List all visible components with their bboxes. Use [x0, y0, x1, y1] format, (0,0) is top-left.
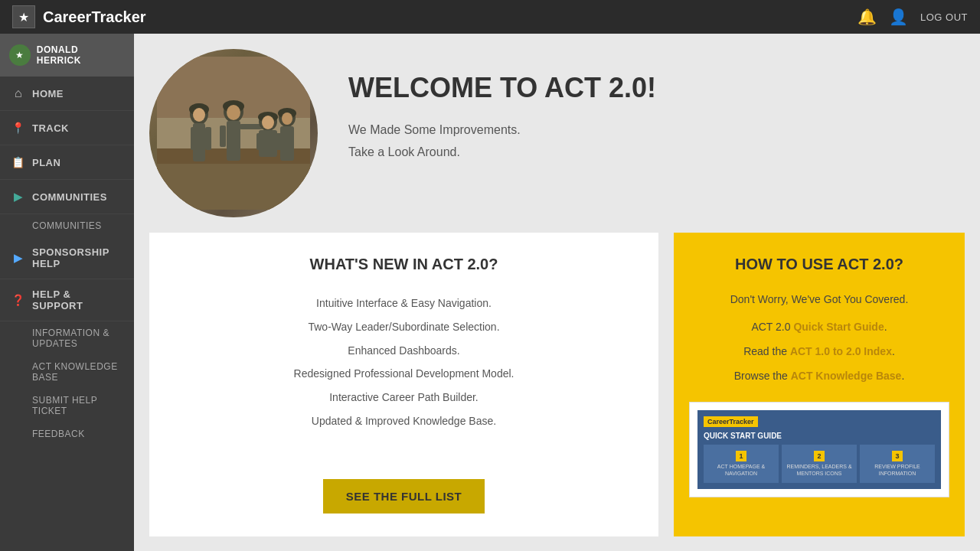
plan-icon	[11, 155, 26, 170]
knowledge-base-link[interactable]: ACT Knowledge Base	[791, 370, 902, 382]
content-area: WHAT'S NEW IN ACT 2.0? Intuitive Interfa…	[134, 233, 980, 551]
svg-rect-10	[227, 121, 240, 161]
how-to-use-heading: HOW TO USE ACT 2.0?	[689, 256, 949, 273]
layout: ★ DONALD HERRICK HOME TRACK PLAN COMMUNI…	[0, 34, 980, 551]
whats-new-section: WHAT'S NEW IN ACT 2.0? Intuitive Interfa…	[149, 233, 658, 536]
topbar-right: 🔔 👤 LOG OUT	[858, 8, 968, 26]
nav-track[interactable]: TRACK	[0, 111, 134, 145]
hero-title: WELCOME TO ACT 2.0!	[348, 72, 965, 104]
list-item: Interactive Career Path Builder.	[165, 386, 643, 409]
app-title: CareerTracker	[43, 8, 146, 26]
nav-info-updates[interactable]: INFORMATION & UPDATES	[0, 321, 134, 355]
see-full-list-button[interactable]: SEE THE FULL LIST	[323, 479, 485, 514]
list-item: Enhanced Dashboards.	[165, 339, 643, 363]
hero-image	[149, 49, 318, 217]
nav-home[interactable]: HOME	[0, 77, 134, 111]
svg-rect-22	[280, 126, 294, 161]
help-icon	[11, 292, 26, 308]
svg-rect-11	[240, 124, 263, 129]
act-index-link[interactable]: ACT 1.0 to 2.0 Index	[790, 345, 892, 357]
list-item: Two-Way Leader/Subordinate Selection.	[165, 315, 643, 339]
guide-step-3: 3 REVIEW PROFILE INFORMATION	[860, 445, 935, 483]
nav-act-knowledge-base[interactable]: ACT KNOWLEDGE BASE	[0, 355, 134, 389]
nav-plan[interactable]: PLAN	[0, 145, 134, 180]
list-item: Redesigned Professional Development Mode…	[165, 362, 643, 386]
whats-new-list: Intuitive Interface & Easy Navigation. T…	[165, 292, 643, 433]
nav-sponsorship-help[interactable]: SPONSORSHIP HELP	[0, 237, 134, 279]
track-icon	[11, 120, 26, 135]
sidebar: ★ DONALD HERRICK HOME TRACK PLAN COMMUNI…	[0, 34, 134, 551]
sponsorship-icon	[11, 250, 26, 266]
guide-step-1: 1 ACT HOMEPAGE & NAVIGATION	[704, 445, 779, 483]
nav-submit-help-ticket[interactable]: SUBMIT HELP TICKET	[0, 389, 134, 422]
nav-communities[interactable]: COMMUNITIES	[0, 180, 134, 214]
svg-point-14	[227, 105, 240, 120]
svg-rect-6	[205, 127, 211, 150]
list-item: Updated & Improved Knowledge Base.	[165, 409, 643, 433]
soldiers-illustration	[157, 57, 310, 210]
whats-new-heading: WHAT'S NEW IN ACT 2.0?	[165, 256, 643, 273]
how-to-use-line3: Read the ACT 1.0 to 2.0 Index.	[689, 341, 949, 362]
svg-rect-17	[256, 133, 264, 150]
how-to-use-section: HOW TO USE ACT 2.0? Don't Worry, We've G…	[674, 233, 965, 536]
hero-text: WELCOME TO ACT 2.0! We Made Some Improve…	[348, 49, 965, 164]
communities-icon	[11, 189, 26, 204]
svg-rect-5	[191, 127, 197, 150]
how-to-use-intro: Don't Worry, We've Got You Covered.	[689, 289, 949, 310]
svg-point-24	[282, 112, 292, 125]
svg-rect-25	[157, 164, 310, 210]
notifications-icon[interactable]: 🔔	[858, 8, 877, 26]
nav-communities-sub[interactable]: COMMUNITIES	[0, 214, 134, 237]
guide-brand: CareerTracker	[704, 416, 758, 427]
quick-start-guide-link[interactable]: Quick Start Guide	[793, 321, 884, 333]
svg-point-20	[262, 116, 274, 129]
guide-step-2: 2 REMINDERS, LEADERS & MENTORS ICONS	[782, 445, 857, 483]
army-star-icon: ★	[12, 5, 35, 28]
svg-point-8	[193, 108, 205, 122]
guide-thumb-inner: CareerTracker QUICK START GUIDE 1 ACT HO…	[697, 410, 941, 489]
guide-thumbnail[interactable]: CareerTracker QUICK START GUIDE 1 ACT HO…	[689, 402, 949, 497]
list-item: Intuitive Interface & Easy Navigation.	[165, 292, 643, 315]
svg-rect-12	[220, 126, 226, 147]
guide-steps-grid: 1 ACT HOMEPAGE & NAVIGATION 2 REMINDERS,…	[704, 445, 935, 483]
user-avatar: ★	[9, 44, 31, 66]
topbar: ★ CareerTracker 🔔 👤 LOG OUT	[0, 0, 980, 34]
hero-subtitle: We Made Some Improvements. Take a Look A…	[348, 119, 965, 164]
nav-feedback[interactable]: FEEDBACK	[0, 422, 134, 445]
user-profile-item[interactable]: ★ DONALD HERRICK	[0, 34, 134, 77]
home-icon	[11, 86, 26, 101]
hero-image-container	[149, 49, 318, 217]
nav-help-support[interactable]: HELP & SUPPORT	[0, 279, 134, 321]
topbar-left: ★ CareerTracker	[12, 5, 146, 28]
how-to-use-line4: Browse the ACT Knowledge Base.	[689, 365, 949, 386]
user-profile-icon[interactable]: 👤	[889, 8, 908, 26]
hero-section: WELCOME TO ACT 2.0! We Made Some Improve…	[134, 34, 980, 233]
logout-button[interactable]: LOG OUT	[920, 11, 968, 23]
how-to-use-line2: ACT 2.0 Quick Start Guide.	[689, 316, 949, 337]
main-content: WELCOME TO ACT 2.0! We Made Some Improve…	[134, 34, 980, 551]
guide-subtitle-label: QUICK START GUIDE	[704, 432, 935, 440]
user-name: DONALD HERRICK	[37, 44, 125, 66]
